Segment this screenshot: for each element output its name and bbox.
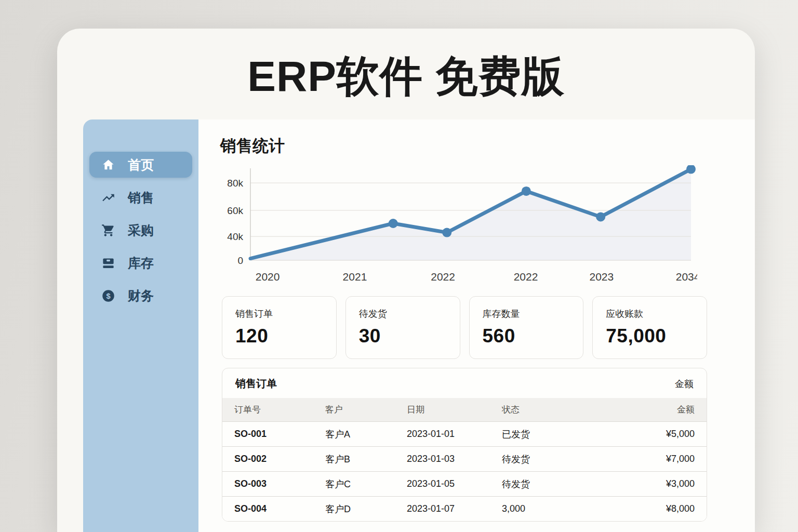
svg-text:2020: 2020 [256, 271, 280, 283]
column-header-customer: 客户 [325, 404, 407, 416]
column-header-order: 订单号 [234, 404, 325, 416]
table-column-header-row: 订单号客户日期状态金额 [222, 398, 707, 421]
desktop-background: ERP软件 免费版 首页销售采购库存$财务 销售统计 80k60k40k0202… [0, 0, 798, 532]
stat-label: 库存数量 [483, 308, 570, 320]
column-header-amount: 金额 [617, 404, 695, 416]
inventory-icon [101, 256, 115, 270]
trend-up-icon [101, 191, 115, 205]
sidebar: 首页销售采购库存$财务 [83, 119, 198, 532]
svg-text:2034: 2034 [676, 271, 697, 283]
table-row[interactable]: SO-003客户C2023-01-05待发货¥3,000 [222, 471, 707, 496]
stat-card: 销售订单120 [222, 296, 337, 359]
stat-card: 应收账款75,000 [592, 296, 707, 359]
svg-text:$: $ [106, 291, 110, 300]
finance-icon: $ [101, 289, 115, 303]
stat-value: 560 [483, 325, 570, 347]
cell-amount: ¥8,000 [617, 503, 695, 514]
cell-status: 3,000 [502, 503, 617, 514]
cell-amount: ¥7,000 [617, 454, 695, 464]
cell-customer: 客户C [325, 478, 407, 490]
stat-card: 库存数量560 [469, 296, 584, 359]
orders-table-card: 销售订单 金额 订单号客户日期状态金额 SO-001客户A2023-01-01已… [222, 368, 707, 522]
cart-icon [101, 223, 115, 237]
sidebar-item-home[interactable]: 首页 [89, 152, 192, 178]
stat-value: 120 [235, 325, 323, 347]
cell-order: SO-002 [234, 454, 325, 464]
cell-status: 待发货 [502, 453, 617, 466]
cell-date: 2023-01-03 [407, 454, 502, 464]
svg-text:2023: 2023 [589, 271, 614, 283]
stat-label: 销售订单 [235, 308, 323, 320]
home-icon [101, 158, 115, 172]
sidebar-item-sales[interactable]: 销售 [89, 184, 192, 210]
sidebar-item-purchase[interactable]: 采购 [89, 217, 192, 243]
stat-value: 30 [359, 325, 447, 347]
svg-text:2022: 2022 [431, 271, 455, 283]
svg-text:40k: 40k [227, 231, 243, 242]
main-content: 销售统计 80k60k40k0202020212022202220232034 … [198, 119, 755, 532]
app-window: ERP软件 免费版 首页销售采购库存$财务 销售统计 80k60k40k0202… [57, 29, 755, 532]
cell-date: 2023-01-07 [407, 503, 502, 514]
app-body: 首页销售采购库存$财务 销售统计 80k60k40k02020202120222… [83, 119, 755, 532]
chart-title: 销售统计 [220, 135, 285, 157]
sidebar-item-inventory[interactable]: 库存 [89, 250, 192, 276]
cell-customer: 客户D [325, 503, 407, 515]
sidebar-item-label: 库存 [128, 255, 154, 272]
stat-cards-row: 销售订单120待发货30库存数量560应收账款75,000 [222, 296, 707, 359]
orders-table-title: 销售订单 [235, 377, 277, 391]
table-body: SO-001客户A2023-01-01已发货¥5,000SO-002客户B202… [222, 421, 707, 521]
stat-card: 待发货30 [345, 296, 460, 359]
page-title: ERP软件 免费版 [57, 48, 755, 105]
orders-table-header: 销售订单 金额 [222, 368, 707, 398]
sidebar-item-label: 采购 [128, 222, 154, 239]
sidebar-item-label: 销售 [128, 189, 154, 206]
sidebar-item-label: 财务 [128, 287, 154, 304]
sales-line-chart: 80k60k40k0202020212022202220232034 [198, 165, 697, 290]
sidebar-item-label: 首页 [128, 156, 154, 174]
cell-amount: ¥3,000 [617, 478, 695, 489]
cell-amount: ¥5,000 [617, 429, 695, 440]
svg-text:0: 0 [237, 255, 243, 266]
table-row[interactable]: SO-001客户A2023-01-01已发货¥5,000 [222, 421, 707, 446]
stat-label: 应收账款 [606, 308, 694, 320]
cell-status: 待发货 [502, 478, 617, 490]
cell-date: 2023-01-01 [407, 429, 502, 440]
cell-order: SO-004 [234, 503, 325, 514]
svg-text:60k: 60k [227, 205, 243, 216]
cell-customer: 客户B [325, 453, 407, 466]
column-header-status: 状态 [502, 404, 617, 416]
svg-text:80k: 80k [227, 178, 243, 189]
stat-value: 75,000 [606, 325, 694, 347]
svg-text:2021: 2021 [343, 271, 367, 283]
cell-order: SO-003 [234, 478, 325, 489]
sidebar-item-finance[interactable]: $财务 [89, 283, 192, 309]
column-header-date: 日期 [407, 404, 502, 416]
svg-text:2022: 2022 [514, 271, 538, 283]
cell-date: 2023-01-05 [407, 478, 502, 489]
cell-status: 已发货 [502, 428, 617, 441]
table-row[interactable]: SO-004客户D2023-01-073,000¥8,000 [222, 496, 707, 521]
table-row[interactable]: SO-002客户B2023-01-03待发货¥7,000 [222, 446, 707, 471]
cell-order: SO-001 [234, 429, 325, 440]
stat-label: 待发货 [359, 308, 447, 320]
orders-table-amount-link[interactable]: 金额 [675, 378, 694, 390]
cell-customer: 客户A [325, 428, 407, 441]
